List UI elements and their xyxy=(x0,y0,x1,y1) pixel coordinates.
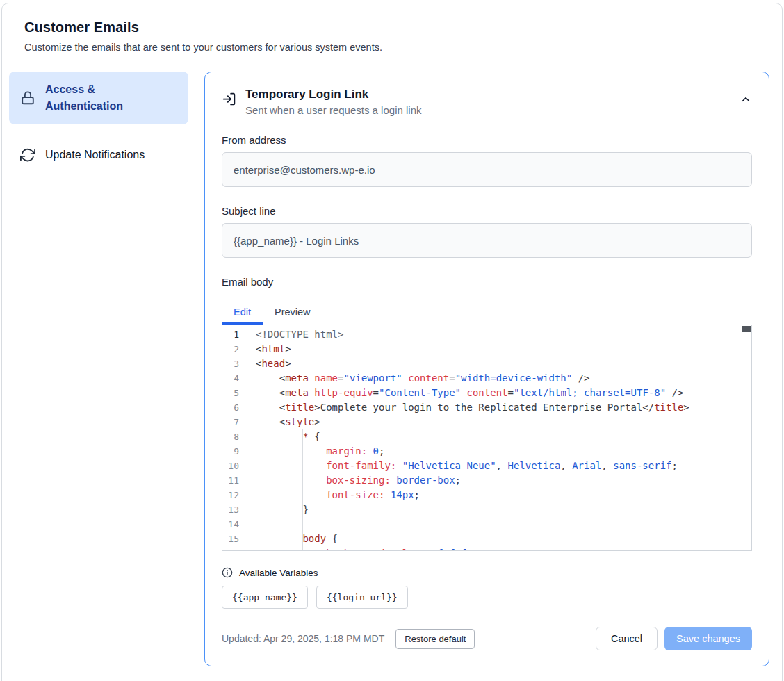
page-subtitle: Customize the emails that are sent to yo… xyxy=(24,42,759,53)
line-number: 10 xyxy=(222,459,256,473)
line-number: 9 xyxy=(222,444,256,459)
from-address-input[interactable] xyxy=(222,152,752,187)
save-changes-button[interactable]: Save changes xyxy=(664,627,752,650)
variable-chip-app-name[interactable]: {{app_name}} xyxy=(222,586,308,609)
sidebar-item-update-notifications[interactable]: Update Notifications xyxy=(9,137,188,173)
code-line[interactable]: 5 <meta http-equiv="Content-Type" conten… xyxy=(222,386,751,400)
available-variables-label: Available Variables xyxy=(239,568,318,578)
from-address-label: From address xyxy=(222,134,752,146)
line-number: 6 xyxy=(222,400,256,415)
sidebar-item-access-authentication[interactable]: Access & Authentication xyxy=(9,72,188,124)
line-number: 3 xyxy=(222,356,256,371)
code-editor[interactable]: 1<!DOCTYPE html>2<html>3<head>4 <meta na… xyxy=(222,325,752,551)
panel-title: Temporary Login Link xyxy=(245,88,421,101)
chevron-up-icon[interactable] xyxy=(740,93,752,106)
line-number: 16 xyxy=(222,546,256,551)
line-number: 14 xyxy=(222,517,256,532)
panel-footer: Updated: Apr 29, 2025, 1:18 PM MDT Resto… xyxy=(222,627,752,650)
code-line[interactable]: 1<!DOCTYPE html> xyxy=(222,327,751,342)
subject-line-label: Subject line xyxy=(222,205,752,217)
tab-preview[interactable]: Preview xyxy=(263,300,322,325)
line-number: 2 xyxy=(222,342,256,356)
page-title: Customer Emails xyxy=(24,19,759,35)
variable-chips: {{app_name}} {{login_url}} xyxy=(222,586,752,609)
sidebar-item-label: Update Notifications xyxy=(45,147,145,163)
settings-sidebar: Access & Authentication Update Notificat… xyxy=(9,72,188,173)
line-number: 12 xyxy=(222,488,256,502)
tab-edit[interactable]: Edit xyxy=(222,300,263,325)
info-icon[interactable] xyxy=(222,567,233,578)
line-number: 7 xyxy=(222,415,256,429)
line-number: 4 xyxy=(222,371,256,386)
lock-icon xyxy=(20,90,35,106)
code-line[interactable]: 6 <title>Complete your login to the Repl… xyxy=(222,400,751,415)
panel-header: Temporary Login Link Sent when a user re… xyxy=(222,88,752,116)
sidebar-item-label: Access & Authentication xyxy=(45,81,149,115)
login-icon xyxy=(222,92,236,106)
updated-timestamp: Updated: Apr 29, 2025, 1:18 PM MDT xyxy=(222,633,384,644)
line-number: 1 xyxy=(222,327,256,342)
page-header: Customer Emails Customize the emails tha… xyxy=(0,0,784,53)
panel-subtitle: Sent when a user requests a login link xyxy=(245,104,421,116)
variable-chip-login-url[interactable]: {{login_url}} xyxy=(316,586,408,609)
code-line[interactable]: 2<html> xyxy=(222,342,751,356)
email-body-tabs: Edit Preview xyxy=(222,300,752,325)
email-body-label: Email body xyxy=(222,276,752,288)
temporary-login-link-panel: Temporary Login Link Sent when a user re… xyxy=(204,72,769,666)
restore-default-button[interactable]: Restore default xyxy=(395,629,475,649)
line-number: 8 xyxy=(222,429,256,444)
line-number: 5 xyxy=(222,386,256,400)
indent-guide xyxy=(302,429,303,551)
line-number: 15 xyxy=(222,532,256,546)
editor-scrollbar-thumb[interactable] xyxy=(742,326,751,332)
code-line[interactable]: 4 <meta name="viewport" content="width=d… xyxy=(222,371,751,386)
subject-line-input[interactable] xyxy=(222,223,752,258)
code-line[interactable]: 7 <style> xyxy=(222,415,751,429)
refresh-icon xyxy=(20,147,35,163)
code-line[interactable]: 3<head> xyxy=(222,356,751,371)
line-number: 11 xyxy=(222,473,256,488)
line-number: 13 xyxy=(222,502,256,517)
cancel-button[interactable]: Cancel xyxy=(596,627,658,650)
